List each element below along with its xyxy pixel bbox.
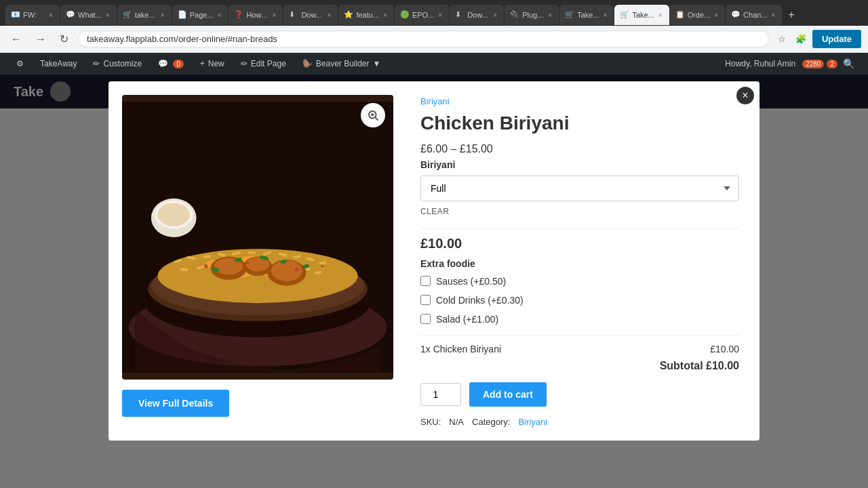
cold-drinks-checkbox[interactable] [420, 295, 431, 305]
wp-logo-item[interactable]: ⚙ [8, 53, 32, 75]
notif-count2-badge[interactable]: 2 [827, 60, 837, 68]
tab-close-take2[interactable]: × [602, 10, 609, 20]
extra-cold-drinks-item: Cold Drinks (+£0.30) [420, 295, 739, 306]
variation-label: Biriyani [420, 159, 739, 170]
tab-dow2[interactable]: ⬇ Dow... × [450, 5, 504, 25]
category-meta-link[interactable]: Biriyani [518, 417, 547, 427]
refresh-button[interactable]: ↻ [56, 31, 73, 47]
tab-take1[interactable]: 🛒 take... × [117, 5, 172, 25]
tab-dow1[interactable]: ⬇ Dow... × [283, 5, 338, 25]
update-button[interactable]: Update [812, 30, 861, 48]
extra-foodie-label: Extra foodie [420, 258, 739, 269]
sauses-label: Sauses (+£0.50) [436, 276, 506, 287]
pencil-icon: ✏ [241, 59, 248, 68]
svg-point-43 [204, 264, 208, 268]
comments-count-badge: 0 [173, 60, 184, 68]
tab-label-take1: take... [135, 11, 157, 19]
tab-close-page[interactable]: × [216, 10, 223, 20]
tab-how[interactable]: ❓ How... × [229, 5, 283, 25]
product-meta: SKU: N/A Category: Biriyani [420, 417, 739, 427]
tab-favicon-how: ❓ [234, 10, 243, 20]
tab-favicon-page: 📄 [178, 10, 187, 20]
tab-favicon-take3: 🛒 [620, 10, 629, 20]
tab-close-dow1[interactable]: × [326, 10, 333, 20]
zoom-icon[interactable] [361, 103, 385, 127]
tab-close-orde[interactable]: × [713, 10, 719, 20]
wp-beaver-builder-item[interactable]: 🦫 Beaver Builder ▼ [294, 53, 389, 75]
modal-close-button[interactable]: × [736, 87, 754, 104]
tab-page[interactable]: 📄 Page... × [172, 5, 229, 25]
tab-close-how[interactable]: × [271, 10, 278, 20]
salad-checkbox[interactable] [420, 314, 431, 324]
subtotal-row: Subtotal £10.00 [420, 360, 739, 372]
address-bar[interactable] [78, 30, 769, 47]
tab-label-how: How... [246, 11, 268, 19]
salad-label: Salad (+£1.00) [436, 314, 498, 325]
tab-label-epo: EPO... [412, 11, 434, 19]
tab-close-take1[interactable]: × [159, 10, 166, 20]
forward-button[interactable]: → [31, 32, 50, 47]
tab-label-what: What... [78, 11, 102, 19]
wp-customize-label: Customize [103, 59, 142, 68]
tab-close-fw[interactable]: × [47, 10, 54, 20]
add-to-cart-button[interactable]: Add to cart [469, 382, 547, 407]
tab-close-dow2[interactable]: × [492, 10, 498, 20]
svg-point-44 [247, 262, 250, 264]
tab-fw[interactable]: 📧 FW: × [5, 5, 60, 25]
tab-label-feat: featu... [356, 11, 379, 19]
tab-take2[interactable]: 🛒 Take... × [559, 5, 614, 25]
selected-price: £10.00 [420, 236, 739, 251]
variation-select[interactable]: Full Half Family [420, 176, 739, 201]
tab-favicon-orde: 📋 [675, 10, 685, 20]
wp-new-item[interactable]: + New [192, 53, 233, 75]
product-image-container [122, 95, 393, 380]
quantity-input[interactable] [420, 383, 461, 406]
nav-bar: ← → ↻ ☆ 🧩 Update [0, 26, 868, 53]
bookmark-button[interactable]: ☆ [774, 33, 789, 45]
wp-customize-item[interactable]: ✏ Customize [85, 53, 150, 75]
tab-orde[interactable]: 📋 Orde... × [670, 5, 725, 25]
wp-admin-bar-right: Howdy, Ruhul Amin 2280 2 🔍 [718, 58, 860, 69]
tab-plug[interactable]: 🔌 Plug... × [505, 5, 559, 25]
beaver-dropdown-icon: ▼ [373, 59, 381, 68]
notif-count-badge[interactable]: 2280 [802, 60, 824, 68]
tab-close-epo[interactable]: × [437, 10, 443, 20]
clear-link[interactable]: CLEAR [420, 207, 450, 216]
tab-feat[interactable]: ⭐ featu... × [338, 5, 393, 25]
page-background: Take × [0, 75, 868, 488]
tab-what[interactable]: 💬 What... × [60, 5, 117, 25]
tab-favicon-dow1: ⬇ [289, 10, 298, 20]
svg-point-46 [321, 265, 323, 268]
tab-close-chan[interactable]: × [770, 10, 777, 20]
svg-point-45 [294, 268, 298, 272]
tab-label-take3: Take... [632, 11, 654, 19]
tab-label-dow1: Dow... [301, 11, 323, 19]
tab-take3[interactable]: 🛒 Take... × [614, 5, 669, 25]
sku-label: SKU: [420, 417, 441, 427]
tab-favicon-plug: 🔌 [510, 10, 519, 20]
tab-label-plug: Plug... [522, 11, 544, 19]
wp-site-name-item[interactable]: TakeAway [32, 53, 85, 75]
wp-beaver-label: Beaver Builder [316, 59, 370, 68]
view-full-details-button[interactable]: View Full Details [122, 390, 229, 417]
order-summary: 1x Chicken Biriyani £10.00 Subtotal £10.… [420, 335, 739, 427]
tab-close-take3[interactable]: × [657, 10, 664, 20]
extensions-button[interactable]: 🧩 [792, 33, 810, 45]
tab-close-plug[interactable]: × [547, 10, 553, 20]
tab-label-take2: Take... [577, 11, 599, 19]
wp-edit-page-item[interactable]: ✏ Edit Page [233, 53, 294, 75]
product-modal: × [108, 81, 760, 441]
tab-close-feat[interactable]: × [382, 10, 389, 20]
new-tab-button[interactable]: + [783, 9, 800, 21]
wp-site-name: TakeAway [40, 59, 77, 68]
tab-epo[interactable]: 🟢 EPO... × [395, 5, 449, 25]
add-to-cart-section: Add to cart [420, 382, 739, 407]
sauses-checkbox[interactable] [420, 276, 431, 286]
product-category-link[interactable]: Biriyani [420, 96, 450, 106]
tab-chan[interactable]: 💬 Chan... × [726, 5, 782, 25]
wp-comments-item[interactable]: 💬 0 [150, 53, 192, 75]
wp-search-icon[interactable]: 🔍 [837, 58, 860, 69]
tab-close-what[interactable]: × [104, 10, 111, 20]
back-button[interactable]: ← [7, 32, 26, 47]
tab-label-orde: Orde... [688, 11, 711, 19]
